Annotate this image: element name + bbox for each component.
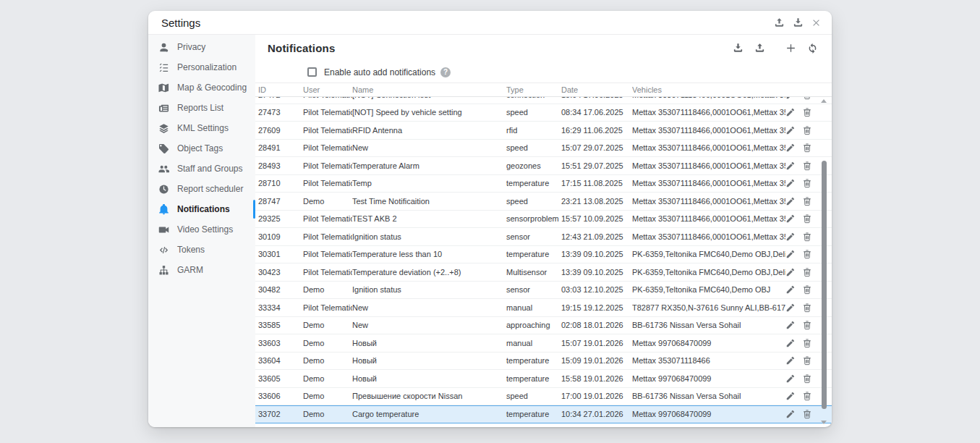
- sidebar-item-notifications[interactable]: Notifications: [148, 199, 255, 219]
- edit-icon[interactable]: [785, 284, 796, 295]
- edit-icon[interactable]: [785, 409, 796, 419]
- edit-icon[interactable]: [785, 249, 796, 259]
- refresh-icon[interactable]: [807, 43, 818, 54]
- cell-vehicles: Mettax 353071118466,0001OO61,Mettax 353.…: [632, 143, 785, 152]
- edit-icon[interactable]: [785, 107, 796, 117]
- table-row[interactable]: 28747 Demo Test Time Notificaition speed…: [255, 193, 832, 211]
- report-icon: [158, 103, 169, 114]
- edit-icon[interactable]: [785, 374, 796, 384]
- column-header-vehicles: Vehicles: [632, 85, 785, 94]
- sidebar-item-map-geocoding[interactable]: Map & Geocoding: [148, 77, 255, 98]
- cell-vehicles: PK-6359,Teltonika FMC640,Demo OBJ,Delive…: [632, 268, 785, 277]
- cell-date: 03:03 12.10.2025: [561, 285, 632, 294]
- help-icon[interactable]: ?: [440, 67, 451, 77]
- edit-icon[interactable]: [785, 143, 796, 153]
- sidebar-item-personalization[interactable]: Personalization: [148, 57, 255, 77]
- scroll-down-icon[interactable]: [821, 421, 827, 424]
- table-row[interactable]: 28491 Pilot Telematics New speed 15:07 2…: [255, 140, 832, 158]
- edit-icon[interactable]: [785, 391, 796, 401]
- delete-icon[interactable]: [802, 374, 812, 384]
- cell-type: temperature: [506, 410, 561, 418]
- sidebar-item-kml-settings[interactable]: KML Settings: [148, 118, 255, 138]
- delete-icon[interactable]: [802, 178, 812, 188]
- delete-icon[interactable]: [802, 409, 812, 419]
- edit-icon[interactable]: [785, 232, 796, 242]
- table-row[interactable]: 28493 Pilot Telematics Temperature Alarm…: [255, 157, 832, 175]
- edit-icon[interactable]: [785, 196, 796, 206]
- sidebar-item-privacy[interactable]: Privacy: [148, 37, 255, 57]
- edit-icon[interactable]: [785, 267, 796, 277]
- scrollbar-thumb[interactable]: [822, 161, 827, 409]
- edit-icon[interactable]: [785, 97, 796, 100]
- cell-user: Demo: [303, 356, 352, 365]
- sidebar-item-reports-list[interactable]: Reports List: [148, 98, 255, 118]
- cell-vehicles: Mettax 353071118466,0001OO61,Mettax 353.…: [632, 179, 785, 187]
- edit-icon[interactable]: [785, 125, 796, 135]
- delete-icon[interactable]: [802, 320, 812, 330]
- table-row[interactable]: 30482 Demo Ignition status sensor 03:03 …: [255, 282, 832, 300]
- sidebar-item-tokens[interactable]: Tokens: [148, 240, 255, 260]
- delete-icon[interactable]: [802, 249, 812, 259]
- edit-icon[interactable]: [785, 303, 796, 313]
- cell-id: 29325: [258, 214, 303, 223]
- enable-auto-add-checkbox[interactable]: [307, 67, 317, 77]
- edit-icon[interactable]: [785, 178, 796, 188]
- table-row[interactable]: 28710 Pilot Telematics Temp temperature …: [255, 175, 832, 193]
- table-row[interactable]: 33606 Demo Превышение скорости Nissan sp…: [255, 388, 832, 406]
- delete-icon[interactable]: [802, 284, 812, 295]
- delete-icon[interactable]: [802, 161, 812, 171]
- table-row[interactable]: 30109 Pilot Telematics Ignition status s…: [255, 228, 832, 246]
- add-icon[interactable]: [785, 43, 796, 54]
- table-row[interactable]: 29325 Pilot Telematics TEST AKB 2 sensor…: [255, 211, 832, 229]
- table-row[interactable]: 33702 Demo Cargo temperature temperature…: [255, 405, 832, 423]
- table-row[interactable]: 33605 Demo Новый temperature 15:58 19.01…: [255, 370, 832, 388]
- delete-icon[interactable]: [802, 267, 812, 277]
- table-row[interactable]: 33585 Demo New approaching 02:08 18.01.2…: [255, 317, 832, 335]
- table-row[interactable]: 27473 Pilot Telematics [NOT] Speed by ve…: [255, 104, 832, 122]
- table-row[interactable]: 33603 Demo Новый manual 15:07 19.01.2026…: [255, 334, 832, 353]
- edit-icon[interactable]: [785, 355, 796, 366]
- table-row[interactable]: 33604 Demo Новый temperature 15:09 19.01…: [255, 353, 832, 371]
- table-row[interactable]: 33334 Pilot Telematics New manual 19:15 …: [255, 299, 832, 317]
- edit-icon[interactable]: [785, 338, 796, 348]
- delete-icon[interactable]: [802, 338, 812, 348]
- upload-icon[interactable]: [754, 43, 765, 54]
- table-row[interactable]: 27609 Pilot Telematics RFID Antenna rfid…: [255, 122, 832, 140]
- delete-icon[interactable]: [802, 125, 812, 135]
- edit-icon[interactable]: [785, 214, 796, 224]
- delete-icon[interactable]: [802, 391, 812, 401]
- cell-vehicles: T82877 RX350,N-37616 Sunny ALI,BB-61736 …: [632, 303, 785, 312]
- sidebar-item-label: Object Tags: [177, 143, 223, 153]
- column-header-id: ID: [258, 85, 303, 94]
- delete-icon[interactable]: [802, 355, 812, 366]
- sidebar-item-video-settings[interactable]: Video Settings: [148, 219, 255, 240]
- table-row[interactable]: 30423 Pilot Telematics Temperature devia…: [255, 263, 832, 282]
- table-row[interactable]: 30301 Pilot Telematics Temperature less …: [255, 246, 832, 264]
- download-icon[interactable]: [733, 43, 743, 54]
- delete-icon[interactable]: [802, 107, 812, 117]
- delete-icon[interactable]: [802, 214, 812, 224]
- close-icon[interactable]: [811, 18, 821, 28]
- cell-id: 30301: [258, 250, 303, 258]
- delete-icon[interactable]: [802, 143, 812, 153]
- cell-vehicles: Mettax 353071118466: [632, 356, 785, 365]
- scroll-up-icon[interactable]: [821, 99, 827, 103]
- edit-icon[interactable]: [785, 161, 796, 171]
- table-row[interactable]: 27472 Pilot Telematics [NOT] Connection …: [255, 97, 832, 104]
- sidebar-item-staff-and-groups[interactable]: Staff and Groups: [148, 159, 255, 179]
- sidebar-item-object-tags[interactable]: Object Tags: [148, 138, 255, 159]
- delete-icon[interactable]: [802, 303, 812, 313]
- sidebar-item-garm[interactable]: GARM: [148, 260, 255, 280]
- delete-icon[interactable]: [802, 97, 812, 100]
- delete-icon[interactable]: [802, 232, 812, 242]
- sidebar-item-label: Reports List: [177, 103, 223, 113]
- cell-type: connection: [506, 97, 561, 99]
- delete-icon[interactable]: [802, 196, 812, 206]
- cell-vehicles: Mettax 353071118466,0001OO61,Mettax 353.…: [632, 126, 785, 135]
- download-icon[interactable]: [793, 17, 804, 28]
- upload-icon[interactable]: [774, 17, 785, 28]
- scrollbar[interactable]: [821, 98, 827, 425]
- sidebar-item-report-scheduler[interactable]: Report scheduler: [148, 179, 255, 199]
- edit-icon[interactable]: [785, 320, 796, 330]
- cell-type: sensor: [506, 232, 561, 241]
